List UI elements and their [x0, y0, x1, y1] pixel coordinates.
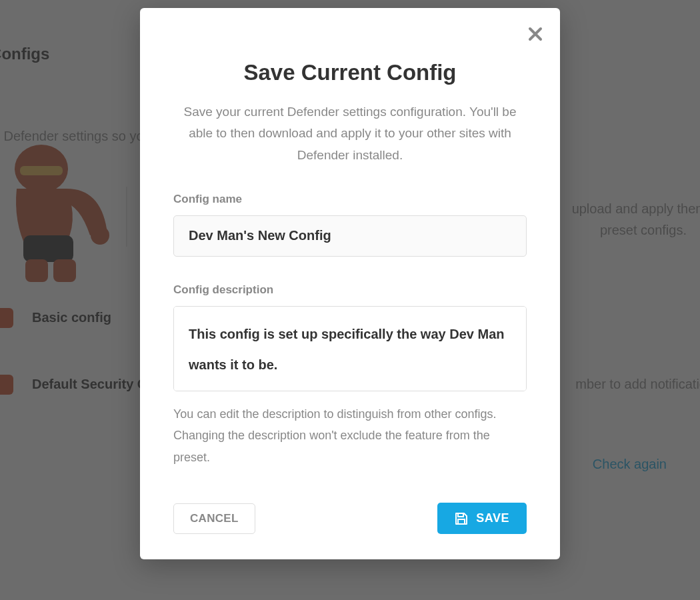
save-config-modal: Save Current Config Save your current De… — [140, 8, 560, 559]
modal-title: Save Current Config — [173, 60, 527, 85]
cancel-button[interactable]: CANCEL — [173, 503, 255, 534]
modal-description: Save your current Defender settings conf… — [173, 101, 527, 166]
save-disk-icon — [455, 512, 468, 525]
config-name-label: Config name — [173, 193, 527, 206]
page-backdrop: Preset Configs Configs bundle your Defen… — [0, 0, 700, 600]
svg-rect-6 — [458, 513, 463, 517]
config-name-input[interactable] — [173, 215, 527, 257]
modal-footer: CANCEL SAVE — [173, 503, 527, 534]
save-button-label: SAVE — [476, 511, 509, 525]
config-description-input[interactable] — [173, 306, 527, 391]
svg-rect-7 — [458, 519, 465, 524]
config-description-field: Config description You can edit the desc… — [173, 283, 527, 468]
close-icon — [528, 27, 543, 41]
config-description-label: Config description — [173, 283, 527, 297]
config-name-field: Config name — [173, 193, 527, 257]
config-description-help: You can edit the description to distingu… — [173, 403, 527, 468]
close-button[interactable] — [528, 27, 543, 41]
save-button[interactable]: SAVE — [437, 503, 527, 534]
